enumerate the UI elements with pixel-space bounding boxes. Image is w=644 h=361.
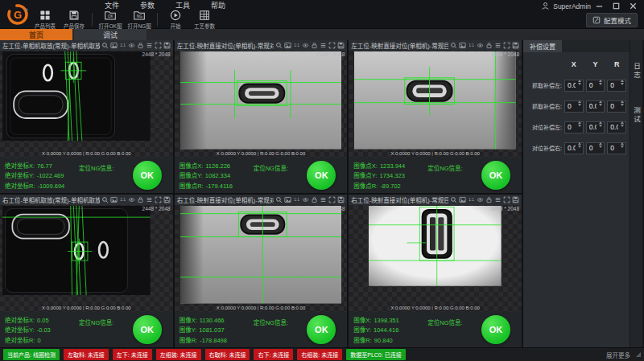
one-to-one-icon[interactable]: [293, 42, 300, 49]
list-icon[interactable]: [494, 42, 502, 49]
zoom-icon[interactable]: [450, 42, 457, 49]
one-to-one-icon[interactable]: [468, 196, 475, 203]
expand-icon[interactable]: [503, 42, 510, 49]
toolbar-start[interactable]: 开始: [161, 10, 190, 30]
grab-left-r-field[interactable]: [607, 76, 626, 88]
fit-image-icon[interactable]: [459, 196, 466, 203]
expand-more-button[interactable]: 展开更多: [606, 351, 630, 359]
zoom-icon[interactable]: [101, 196, 109, 203]
spinner-arrows[interactable]: [576, 140, 583, 150]
tab-compensation-settings[interactable]: 补偿设置: [523, 40, 562, 52]
camera-view[interactable]: 2448 * 2048: [0, 51, 173, 158]
align-left-y-field[interactable]: [586, 118, 605, 130]
toolbar-product-save[interactable]: 产品保存: [60, 10, 89, 30]
spinner-arrows[interactable]: [619, 140, 625, 150]
list-icon[interactable]: [320, 196, 327, 203]
one-to-one-icon[interactable]: [293, 196, 300, 203]
list-icon[interactable]: [146, 42, 153, 49]
grab-right-y-field[interactable]: [586, 97, 605, 109]
eye-icon[interactable]: [302, 42, 309, 49]
one-to-one-icon[interactable]: [119, 196, 126, 203]
spinner-arrows[interactable]: [597, 119, 604, 129]
align-left-r-field[interactable]: [607, 118, 626, 130]
spinner-arrows[interactable]: [576, 98, 583, 109]
spinner-arrows[interactable]: [597, 140, 604, 150]
fit-image-icon[interactable]: [110, 42, 118, 49]
toolbar-open-ok-image[interactable]: 打开OK图: [96, 10, 125, 30]
ok-indicator[interactable]: OK: [307, 315, 336, 344]
save-icon[interactable]: [512, 196, 519, 203]
eye-icon[interactable]: [477, 42, 484, 49]
save-icon[interactable]: [337, 42, 345, 49]
list-icon[interactable]: [494, 196, 502, 203]
fit-image-icon[interactable]: [284, 196, 291, 203]
expand-icon[interactable]: [328, 42, 336, 49]
expand-icon[interactable]: [328, 196, 336, 203]
fit-image-icon[interactable]: [110, 196, 118, 203]
spinner-arrows[interactable]: [597, 77, 604, 88]
close-icon[interactable]: [629, 2, 638, 10]
lock-icon[interactable]: [311, 42, 318, 49]
spinner-arrows[interactable]: [619, 98, 625, 109]
lock-icon[interactable]: [485, 42, 493, 49]
eye-icon[interactable]: [302, 196, 309, 203]
grab-right-x-field[interactable]: [564, 97, 584, 109]
ok-indicator[interactable]: OK: [133, 315, 162, 344]
camera-view[interactable]: 2448 * 2048: [0, 205, 173, 312]
spinner-arrows[interactable]: [619, 77, 625, 88]
lock-icon[interactable]: [137, 196, 144, 203]
expand-icon[interactable]: [155, 196, 162, 203]
save-icon[interactable]: [337, 196, 345, 203]
ok-indicator[interactable]: OK: [481, 315, 510, 344]
align-left-x-field[interactable]: [564, 118, 584, 130]
lock-icon[interactable]: [137, 42, 144, 49]
spinner-arrows[interactable]: [619, 119, 625, 129]
spinner-arrows[interactable]: [576, 119, 583, 129]
camera-view[interactable]: 2448 * 2048: [349, 51, 522, 158]
zoom-icon[interactable]: [101, 42, 109, 49]
expand-icon[interactable]: [155, 42, 162, 49]
toolbar-process-params[interactable]: 工艺参数: [190, 10, 219, 30]
zoom-icon[interactable]: [275, 42, 283, 49]
zoom-icon[interactable]: [450, 196, 457, 203]
tab-debug[interactable]: 调试: [74, 29, 147, 40]
list-icon[interactable]: [320, 42, 327, 49]
side-tab-log[interactable]: 日志: [632, 63, 642, 80]
resize-grip-icon[interactable]: [636, 352, 641, 357]
expand-icon[interactable]: [503, 196, 510, 203]
fit-image-icon[interactable]: [459, 42, 466, 49]
eye-icon[interactable]: [128, 196, 135, 203]
config-mode-button[interactable]: 配置模式: [586, 13, 638, 27]
ok-indicator[interactable]: OK: [133, 161, 162, 190]
camera-view[interactable]: 2448 * 2048: [175, 205, 348, 312]
tab-home[interactable]: 首页: [0, 29, 72, 40]
lock-icon[interactable]: [311, 196, 318, 203]
camera-view[interactable]: 2448 * 2048: [175, 51, 348, 158]
ok-indicator[interactable]: OK: [307, 161, 336, 190]
fit-image-icon[interactable]: [284, 42, 291, 49]
one-to-one-icon[interactable]: [119, 42, 126, 49]
ok-indicator[interactable]: OK: [481, 161, 510, 190]
zoom-icon[interactable]: [275, 196, 283, 203]
one-to-one-icon[interactable]: [468, 42, 475, 49]
maximize-icon[interactable]: [612, 2, 621, 10]
save-icon[interactable]: [163, 196, 171, 203]
spinner-arrows[interactable]: [576, 77, 583, 88]
eye-icon[interactable]: [128, 42, 135, 49]
toolbar-product-list[interactable]: 产品列表: [31, 10, 60, 30]
toolbar-open-ng-image[interactable]: 打开NG图: [125, 10, 154, 30]
save-icon[interactable]: [512, 42, 519, 49]
spinner-arrows[interactable]: [597, 98, 604, 109]
camera-view[interactable]: 2448 * 2048: [349, 205, 522, 312]
save-icon[interactable]: [163, 42, 171, 49]
grab-right-r-field[interactable]: [607, 97, 626, 109]
user-account[interactable]: SuperAdmin: [541, 2, 591, 10]
eye-icon[interactable]: [477, 196, 484, 203]
grab-left-y-field[interactable]: [586, 76, 605, 88]
lock-icon[interactable]: [485, 196, 493, 203]
align-right-x-field[interactable]: [564, 139, 584, 151]
align-right-y-field[interactable]: [586, 139, 605, 151]
grab-left-x-field[interactable]: [564, 76, 584, 88]
minimize-icon[interactable]: [595, 2, 604, 10]
side-tab-test[interactable]: 测试: [632, 107, 642, 124]
